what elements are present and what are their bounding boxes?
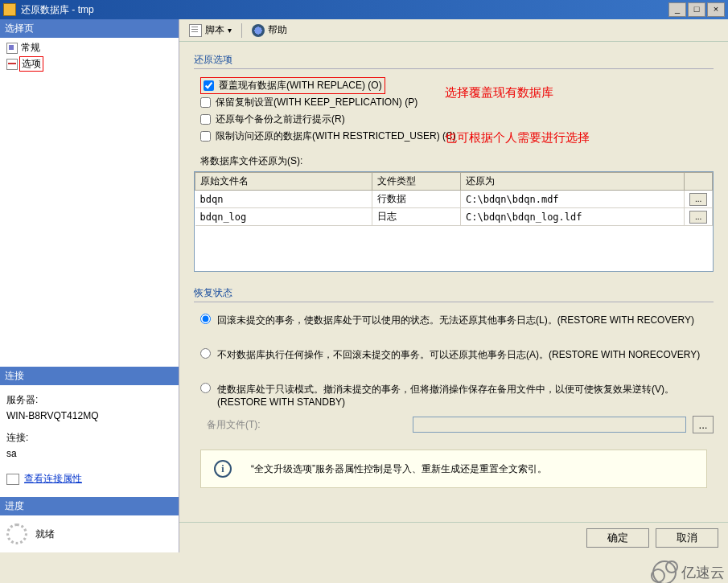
col-type[interactable]: 文件类型 xyxy=(372,173,461,191)
col-as[interactable]: 还原为 xyxy=(461,173,685,191)
prompt-each-checkbox[interactable] xyxy=(200,114,211,125)
ok-button[interactable]: 确定 xyxy=(586,528,649,548)
watermark: 亿速云 xyxy=(652,560,725,583)
info-bar: i “全文升级选项”服务器属性控制是导入、重新生成还是重置全文索引。 xyxy=(200,450,707,488)
standby-browse-button[interactable]: ... xyxy=(693,416,714,433)
col-orig[interactable]: 原始文件名 xyxy=(195,173,372,191)
keep-replication-checkbox[interactable] xyxy=(200,97,211,108)
restricted-label: 限制访问还原的数据库(WITH RESTRICTED_USER) (C) xyxy=(216,129,456,143)
cell-as: C:\bdqn\bdqn_log.ldf xyxy=(461,208,685,226)
table-row[interactable]: bdqn 行数据 C:\bdqn\bdqn.mdf ... xyxy=(195,191,713,208)
server-label: 服务器: xyxy=(6,393,172,407)
recovery-radio[interactable] xyxy=(200,314,211,324)
close-button[interactable]: × xyxy=(707,2,725,17)
server-value: WIN-B8RVQT412MQ xyxy=(6,410,172,421)
chevron-down-icon: ▾ xyxy=(228,26,232,35)
keep-replication-label: 保留复制设置(WITH KEEP_REPLICATION) (P) xyxy=(216,96,417,109)
connection-header: 连接 xyxy=(0,367,179,385)
restricted-checkbox[interactable] xyxy=(200,131,211,142)
standby-file-label: 备用文件(T): xyxy=(207,418,263,432)
window-title: 还原数据库 - tmp xyxy=(21,3,667,17)
sidebar: 选择页 常规 选项 连接 服务器: WIN-B8RVQT412MQ 连接: sa xyxy=(0,19,179,552)
conn-label: 连接: xyxy=(6,431,172,445)
prompt-each-label: 还原每个备份之前进行提示(R) xyxy=(216,113,345,126)
recovery-opt-label: 不对数据库执行任何操作，不回滚未提交的事务。可以还原其他事务日志(A)。(RES… xyxy=(217,348,700,362)
cell-as: C:\bdqn\bdqn.mdf xyxy=(461,191,685,208)
help-label: 帮助 xyxy=(268,23,287,37)
overwrite-checkbox[interactable] xyxy=(204,80,214,91)
page-icon xyxy=(6,43,18,54)
dialog-footer: 确定 取消 xyxy=(179,522,728,552)
watermark-icon xyxy=(652,560,677,583)
option-overwrite: 覆盖现有数据库(WITH REPLACE) (O) xyxy=(200,77,385,94)
sidebar-item-options[interactable]: 选项 xyxy=(5,55,174,72)
page-list: 常规 选项 xyxy=(0,38,179,80)
view-connection-properties-link[interactable]: 查看连接属性 xyxy=(24,472,82,486)
script-icon xyxy=(189,24,202,37)
norecovery-radio[interactable] xyxy=(200,348,211,359)
col-browse xyxy=(685,173,713,191)
browse-button[interactable]: ... xyxy=(689,193,707,206)
watermark-text: 亿速云 xyxy=(681,563,725,582)
recovery-opt-standby: 使数据库处于只读模式。撤消未提交的事务，但将撤消操作保存在备用文件中，以便可使恢… xyxy=(200,383,714,410)
minimize-button[interactable]: _ xyxy=(668,2,686,17)
window-buttons: _ □ × xyxy=(667,2,725,17)
progress-status: 就绪 xyxy=(35,528,55,541)
recovery-opt-recovery: 回滚未提交的事务，使数据库处于可以使用的状态。无法还原其他事务日志(L)。(RE… xyxy=(200,314,714,327)
table-row[interactable]: bdqn_log 日志 C:\bdqn\bdqn_log.ldf ... xyxy=(195,208,713,226)
script-label: 脚本 xyxy=(205,23,224,37)
help-button[interactable]: 帮助 xyxy=(249,23,290,38)
app-icon xyxy=(3,3,16,16)
maximize-button[interactable]: □ xyxy=(688,2,705,17)
toolbar: 脚本 ▾ 帮助 xyxy=(179,19,728,42)
script-button[interactable]: 脚本 ▾ xyxy=(186,23,235,38)
content-area: 还原选项 选择覆盖现有数据库 也可根据个人需要进行选择 覆盖现有数据库(WITH… xyxy=(179,42,728,522)
help-icon xyxy=(252,24,265,37)
overwrite-label: 覆盖现有数据库(WITH REPLACE) (O) xyxy=(219,79,382,92)
browse-button[interactable]: ... xyxy=(689,211,707,224)
recovery-state-header: 恢复状态 xyxy=(194,286,714,302)
info-icon: i xyxy=(214,460,232,478)
file-restore-grid: 原始文件名 文件类型 还原为 bdqn 行数据 C:\bdqn\bdqn.mdf… xyxy=(194,171,714,272)
standby-radio[interactable] xyxy=(200,383,211,393)
cancel-button[interactable]: 取消 xyxy=(656,528,718,548)
progress-block: 就绪 xyxy=(0,515,179,552)
option-prompt-each: 还原每个备份之前进行提示(R) xyxy=(200,111,714,128)
recovery-opt-label: 回滚未提交的事务，使数据库处于可以使用的状态。无法还原其他事务日志(L)。(RE… xyxy=(217,314,694,327)
annotation-overwrite: 选择覆盖现有数据库 xyxy=(445,85,553,101)
recovery-block: 回滚未提交的事务，使数据库处于可以使用的状态。无法还原其他事务日志(L)。(RE… xyxy=(200,314,714,433)
recovery-opt-label: 使数据库处于只读模式。撤消未提交的事务，但将撤消操作保存在备用文件中，以便可使恢… xyxy=(217,383,714,410)
restore-options-header: 还原选项 xyxy=(194,53,714,69)
page-icon xyxy=(6,59,18,70)
sidebar-item-label: 选项 xyxy=(19,56,43,72)
file-restore-label: 将数据库文件还原为(S): xyxy=(200,154,714,168)
separator xyxy=(241,23,242,38)
standby-file-row: 备用文件(T): ... xyxy=(207,416,714,433)
title-bar: 还原数据库 - tmp _ □ × xyxy=(0,0,728,19)
sidebar-item-label: 常规 xyxy=(21,41,40,55)
connection-info: 服务器: WIN-B8RVQT412MQ 连接: sa 查看连接属性 xyxy=(0,385,179,497)
cell-type: 行数据 xyxy=(372,191,461,208)
sidebar-item-general[interactable]: 常规 xyxy=(5,40,174,55)
spinner-icon xyxy=(6,523,27,544)
progress-header: 进度 xyxy=(0,497,179,515)
annotation-customize: 也可根据个人需要进行选择 xyxy=(445,130,590,146)
info-text: “全文升级选项”服务器属性控制是导入、重新生成还是重置全文索引。 xyxy=(251,462,547,476)
conn-value: sa xyxy=(6,448,172,459)
cell-orig: bdqn_log xyxy=(195,208,372,226)
select-page-header: 选择页 xyxy=(0,19,179,38)
cell-type: 日志 xyxy=(372,208,461,226)
main-panel: 脚本 ▾ 帮助 还原选项 选择覆盖现有数据库 也可根据个人需要进行选择 覆盖现有… xyxy=(179,19,728,552)
recovery-opt-norecovery: 不对数据库执行任何操作，不回滚未提交的事务。可以还原其他事务日志(A)。(RES… xyxy=(200,348,714,362)
cell-orig: bdqn xyxy=(195,191,372,208)
properties-icon xyxy=(6,474,19,485)
standby-file-input xyxy=(413,417,686,433)
